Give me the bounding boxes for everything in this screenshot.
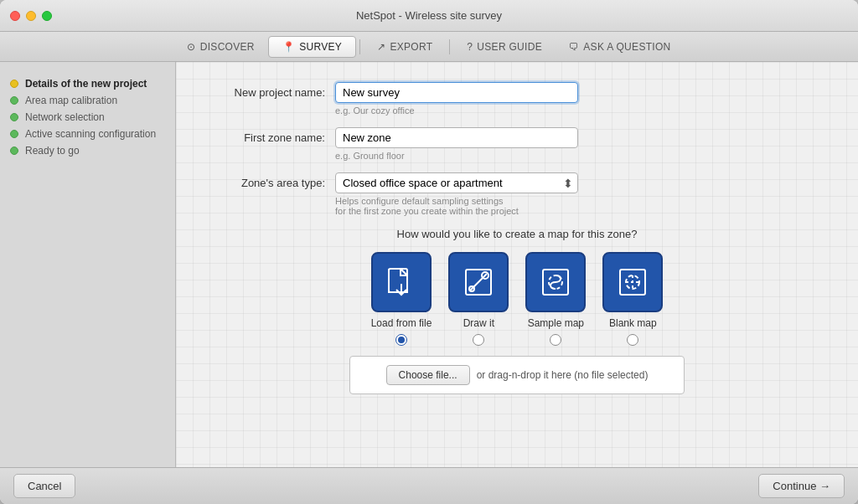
status-dot-network	[10, 113, 18, 121]
svg-line-3	[470, 274, 487, 291]
draw-radio[interactable]	[473, 334, 484, 346]
navbar: ⊙ DISCOVER 📍 SURVEY ↗ EXPORT ? USER GUID…	[0, 32, 858, 62]
sidebar-item-details[interactable]: Details of the new project	[10, 75, 165, 92]
load-icon-box	[371, 252, 432, 312]
status-dot-calibration	[10, 96, 18, 105]
file-drop-area: Choose file... or drag-n-drop it here (n…	[349, 356, 685, 394]
zone-area-label: Zone's area type:	[209, 172, 335, 189]
map-option-blank[interactable]: Blank map	[602, 252, 663, 346]
load-radio[interactable]	[395, 334, 407, 346]
nav-separator-1	[359, 39, 360, 54]
choose-file-button[interactable]: Choose file...	[386, 365, 470, 385]
map-options: Load from file Dr	[209, 252, 824, 346]
sidebar-item-network[interactable]: Network selection	[10, 109, 165, 126]
export-icon: ↗	[377, 41, 385, 53]
draw-icon-box	[448, 252, 509, 312]
blank-option-label: Blank map	[609, 317, 657, 329]
sidebar-item-scanning[interactable]: Active scanning configuration	[10, 126, 165, 142]
discover-icon: ⊙	[187, 41, 195, 53]
titlebar: NetSpot - Wireless site survey	[0, 0, 858, 32]
sample-radio[interactable]	[550, 334, 561, 346]
draw-it-icon	[462, 265, 495, 299]
footer: Cancel Continue →	[0, 467, 858, 504]
form-area: New project name: e.g. Our cozy office F…	[176, 62, 858, 467]
zone-area-hint: Helps configure default sampling setting…	[335, 196, 824, 216]
sidebar-item-ready[interactable]: Ready to go	[10, 142, 165, 159]
close-button[interactable]	[10, 11, 20, 21]
continue-button[interactable]: Continue →	[758, 474, 845, 498]
project-name-label: New project name:	[209, 82, 335, 99]
sidebar-item-calibration[interactable]: Area map calibration	[10, 92, 165, 109]
main-content: Details of the new project Area map cali…	[0, 62, 858, 467]
project-name-hint: e.g. Our cozy office	[335, 105, 824, 116]
draw-option-label: Draw it	[463, 317, 494, 329]
map-option-sample[interactable]: Sample map	[525, 252, 586, 346]
status-dot-details	[10, 80, 18, 88]
map-option-load[interactable]: Load from file	[371, 252, 432, 346]
zone-name-input[interactable]	[335, 127, 578, 148]
map-question: How would you like to create a map for t…	[209, 228, 824, 240]
project-name-row: New project name: e.g. Our cozy office	[209, 82, 824, 116]
zone-area-field-wrap: Closed office space or apartment Open of…	[335, 172, 824, 216]
project-name-field-wrap: e.g. Our cozy office	[335, 82, 824, 116]
zone-name-field-wrap: e.g. Ground floor	[335, 127, 824, 161]
survey-icon: 📍	[282, 41, 295, 53]
cancel-button[interactable]: Cancel	[13, 474, 75, 498]
tab-export[interactable]: ↗ EXPORT	[364, 37, 446, 57]
window-title: NetSpot - Wireless site survey	[356, 9, 502, 22]
maximize-button[interactable]	[42, 11, 52, 21]
drop-text: or drag-n-drop it here (no file selected…	[477, 369, 649, 381]
project-name-input[interactable]	[335, 82, 578, 103]
tab-survey[interactable]: 📍 SURVEY	[268, 36, 356, 58]
tab-discover[interactable]: ⊙ DISCOVER	[173, 37, 267, 57]
traffic-lights	[10, 11, 52, 21]
zone-area-row: Zone's area type: Closed office space or…	[209, 172, 824, 216]
sidebar: Details of the new project Area map cali…	[0, 62, 176, 467]
sample-icon-box	[525, 252, 586, 312]
blank-icon-box	[602, 252, 663, 312]
sample-map-icon	[539, 265, 572, 299]
nav-separator-2	[449, 39, 450, 54]
status-dot-scanning	[10, 130, 18, 138]
sample-option-label: Sample map	[528, 317, 584, 329]
map-section: How would you like to create a map for t…	[209, 228, 824, 394]
load-option-label: Load from file	[371, 317, 432, 329]
tab-askquestion[interactable]: 🗨 ASK A QUESTION	[556, 37, 685, 57]
blank-map-icon	[616, 265, 649, 299]
zone-area-select-wrap: Closed office space or apartment Open of…	[335, 172, 578, 193]
status-dot-ready	[10, 147, 18, 155]
zone-name-label: First zone name:	[209, 127, 335, 144]
main-window: NetSpot - Wireless site survey ⊙ DISCOVE…	[0, 0, 858, 504]
userguide-icon: ?	[467, 41, 473, 53]
zone-area-select[interactable]: Closed office space or apartment Open of…	[335, 172, 578, 193]
tab-userguide[interactable]: ? USER GUIDE	[453, 37, 556, 57]
askquestion-icon: 🗨	[569, 41, 579, 53]
blank-radio[interactable]	[627, 334, 638, 346]
load-from-file-icon	[385, 265, 418, 299]
zone-name-row: First zone name: e.g. Ground floor	[209, 127, 824, 161]
minimize-button[interactable]	[26, 11, 36, 21]
map-option-draw[interactable]: Draw it	[448, 252, 509, 346]
zone-name-hint: e.g. Ground floor	[335, 151, 824, 161]
